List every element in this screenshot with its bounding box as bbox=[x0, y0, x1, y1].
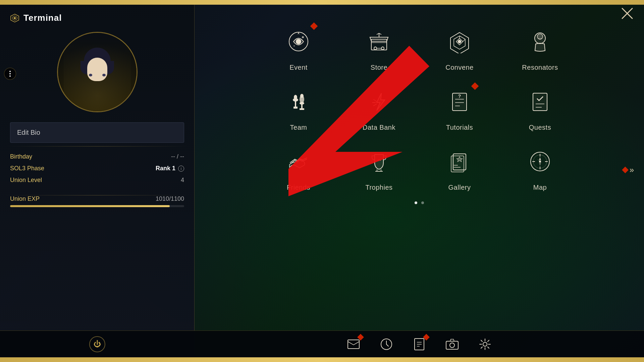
svg-point-5 bbox=[302, 36, 304, 38]
page-dot-2[interactable] bbox=[421, 201, 424, 204]
more-pages-button[interactable]: » bbox=[623, 165, 634, 175]
exp-bar-background bbox=[10, 205, 184, 207]
team-icon-wrap bbox=[282, 85, 315, 118]
svg-point-6 bbox=[293, 45, 295, 47]
quests-icon bbox=[528, 90, 552, 113]
union-level-value: 4 bbox=[181, 177, 184, 184]
character-art bbox=[64, 41, 131, 111]
databank-label: Data Bank bbox=[363, 124, 395, 131]
character-eyes bbox=[89, 74, 106, 76]
clock-icon bbox=[380, 338, 392, 350]
birthday-row: Birthday -- / -- bbox=[10, 153, 184, 160]
avatar-frame bbox=[57, 32, 138, 112]
svg-marker-35 bbox=[539, 163, 541, 166]
team-label: Team bbox=[290, 124, 307, 131]
page-dot-1[interactable] bbox=[415, 201, 417, 204]
convene-icon-wrap bbox=[443, 25, 476, 58]
bottom-border bbox=[0, 357, 644, 362]
menu-item-tutorials[interactable]: ? Tutorials bbox=[429, 85, 490, 131]
map-icon-wrap bbox=[523, 145, 557, 178]
svg-rect-28 bbox=[533, 93, 547, 111]
svg-rect-44 bbox=[446, 341, 458, 349]
trophies-icon-wrap bbox=[362, 145, 396, 178]
edit-bio-button[interactable]: Edit Bio bbox=[10, 122, 184, 143]
friends-label: Friends bbox=[287, 184, 310, 191]
gallery-icon-wrap bbox=[443, 145, 476, 178]
map-icon bbox=[528, 150, 552, 173]
camera-icon bbox=[445, 339, 459, 350]
convene-icon bbox=[448, 30, 471, 53]
svg-point-4 bbox=[296, 39, 301, 44]
mail-icon bbox=[347, 340, 360, 349]
terminal-icon bbox=[10, 13, 19, 23]
quests-label: Quests bbox=[529, 124, 551, 131]
more-chevrons: » bbox=[630, 165, 634, 175]
terminal-header: Terminal bbox=[0, 5, 194, 28]
databank-icon-wrap bbox=[362, 85, 396, 118]
birthday-value: -- / -- bbox=[171, 153, 184, 160]
tutorials-icon: ? bbox=[448, 90, 471, 113]
dot-1 bbox=[9, 71, 11, 72]
close-button[interactable] bbox=[621, 7, 634, 23]
menu-item-store[interactable]: Store bbox=[349, 25, 409, 71]
event-label: Event bbox=[289, 64, 308, 71]
settings-icon bbox=[479, 338, 491, 350]
page-dots bbox=[221, 201, 617, 204]
menu-item-team[interactable]: Team bbox=[268, 85, 329, 131]
event-icon bbox=[287, 30, 310, 53]
svg-point-46 bbox=[483, 342, 487, 346]
menu-item-trophies[interactable]: Trophies bbox=[349, 145, 409, 191]
svg-point-8 bbox=[374, 47, 377, 50]
store-icon bbox=[367, 30, 391, 53]
player-stats: Birthday -- / -- SOL3 Phase Rank 1 i Uni… bbox=[0, 146, 194, 195]
character-eye-right bbox=[102, 74, 106, 76]
power-icon: ⏻ bbox=[94, 340, 101, 349]
taskbar-document-button[interactable] bbox=[411, 336, 427, 352]
menu-item-databank[interactable]: Data Bank bbox=[349, 85, 409, 131]
dot-3 bbox=[9, 75, 11, 77]
menu-item-convene[interactable]: Convene bbox=[429, 25, 490, 71]
gallery-icon bbox=[448, 150, 471, 173]
databank-icon bbox=[367, 90, 391, 113]
taskbar-settings-button[interactable] bbox=[477, 336, 493, 352]
menu-item-event[interactable]: Event bbox=[268, 25, 329, 71]
event-icon-wrap bbox=[282, 25, 315, 58]
svg-rect-15 bbox=[293, 107, 298, 109]
main-area: Event Store bbox=[195, 5, 644, 335]
taskbar-camera-button[interactable] bbox=[444, 336, 460, 352]
menu-item-gallery[interactable]: Gallery bbox=[429, 145, 490, 191]
info-icon[interactable]: i bbox=[178, 166, 184, 172]
event-notification bbox=[310, 22, 318, 30]
taskbar-mail-button[interactable] bbox=[345, 336, 362, 352]
convene-label: Convene bbox=[445, 64, 474, 71]
friends-icon bbox=[287, 150, 310, 173]
resonators-label: Resonators bbox=[522, 64, 558, 71]
terminal-title: Terminal bbox=[23, 13, 62, 23]
svg-point-2 bbox=[14, 17, 16, 19]
team-icon bbox=[287, 90, 310, 113]
exp-value: 1010/1100 bbox=[156, 195, 184, 202]
svg-rect-30 bbox=[451, 156, 464, 172]
taskbar-left: ⏻ bbox=[0, 336, 195, 352]
menu-item-friends[interactable]: Friends bbox=[268, 145, 329, 191]
union-level-label: Union Level bbox=[10, 177, 42, 184]
avatar-options-button[interactable] bbox=[4, 68, 16, 80]
taskbar: ⏻ bbox=[0, 330, 644, 357]
trophies-icon bbox=[367, 150, 391, 173]
resonators-icon bbox=[528, 30, 552, 53]
menu-item-map[interactable]: Map bbox=[510, 145, 570, 191]
rank-info: Rank 1 i bbox=[156, 165, 184, 172]
svg-rect-41 bbox=[348, 340, 359, 349]
trophies-label: Trophies bbox=[365, 184, 392, 191]
sol3-label: SOL3 Phase bbox=[10, 165, 44, 172]
power-button[interactable]: ⏻ bbox=[89, 336, 105, 352]
character-skin bbox=[87, 58, 107, 81]
store-label: Store bbox=[371, 64, 387, 71]
more-notification bbox=[622, 167, 629, 173]
menu-item-resonators[interactable]: Resonators bbox=[510, 25, 570, 71]
taskbar-clock-button[interactable] bbox=[378, 336, 394, 352]
svg-point-23 bbox=[300, 94, 304, 98]
store-icon-wrap bbox=[362, 25, 396, 58]
menu-grid: Event Store bbox=[268, 25, 570, 191]
menu-item-quests[interactable]: Quests bbox=[510, 85, 570, 131]
